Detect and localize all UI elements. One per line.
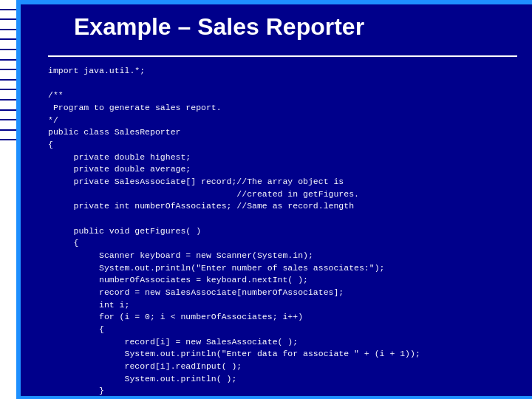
code-line: numberOfAssociates = keyboard.nextInt( )… — [48, 274, 517, 287]
code-line: int i; — [48, 299, 517, 312]
left-decorative-bar — [0, 0, 21, 399]
code-line: */ — [48, 115, 517, 127]
code-line — [48, 78, 517, 90]
code-line: System.out.println("Enter data for assoc… — [48, 348, 517, 361]
code-line: //created in getFigures. — [48, 188, 517, 201]
top-accent-bar — [21, 0, 532, 4]
code-line: /** — [48, 89, 517, 102]
code-line: public void getFigures( ) — [48, 225, 517, 238]
code-line: Scanner keyboard = new Scanner(System.in… — [48, 250, 517, 262]
code-line: private SalesAssociate[] record;//The ar… — [48, 176, 517, 188]
title-underline — [48, 55, 517, 57]
code-line — [48, 213, 517, 225]
slide: Example – Sales Reporter import java.uti… — [0, 0, 532, 399]
code-block: import java.util.*; /** Program to gener… — [48, 65, 517, 384]
code-line: record[i].readInput( ); — [48, 361, 517, 373]
code-line: Program to generate sales report. — [48, 102, 517, 115]
code-line: { — [48, 139, 517, 151]
code-line: private int numberOfAssociates; //Same a… — [48, 200, 517, 213]
slide-title: Example – Sales Reporter — [74, 13, 517, 41]
code-line: record = new SalesAssociate[numberOfAsso… — [48, 287, 517, 299]
code-line: private double average; — [48, 163, 517, 176]
code-line: for (i = 0; i < numberOfAssociates; i++) — [48, 311, 517, 324]
code-line: System.out.println( ); — [48, 373, 517, 386]
code-line: public class SalesReporter — [48, 126, 517, 139]
code-line: private double highest; — [48, 151, 517, 164]
code-line: { — [48, 237, 517, 250]
code-line: record[i] = new SalesAssociate( ); — [48, 336, 517, 349]
code-line: import java.util.*; — [48, 65, 517, 78]
code-line: System.out.println("Enter number of sale… — [48, 262, 517, 275]
code-line: } — [48, 385, 517, 398]
code-line: { — [48, 324, 517, 336]
